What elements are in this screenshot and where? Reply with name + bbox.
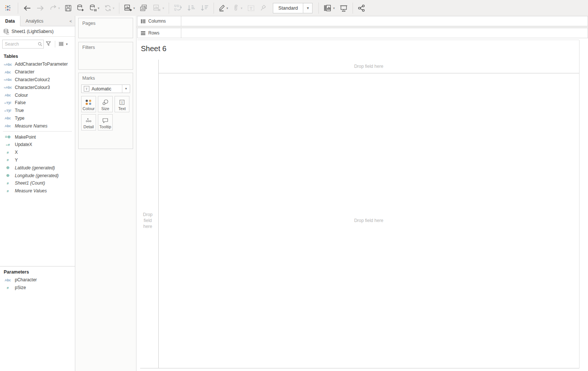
dropdown-caret[interactable]: ▾: [227, 6, 228, 10]
field-longitude-generated[interactable]: ⊕Longitude (generated): [0, 172, 75, 179]
field-label: CharacterColour3: [15, 85, 50, 90]
field-character[interactable]: AbcCharacter: [0, 68, 75, 76]
back-icon[interactable]: [20, 2, 34, 14]
new-data-source-icon[interactable]: [74, 2, 87, 14]
tab-data-label: Data: [5, 19, 15, 24]
field-label: Measure Names: [15, 123, 47, 129]
field-update-x[interactable]: =#UpdateX: [0, 141, 75, 149]
field-make-point[interactable]: =⊕MakePoint: [0, 133, 75, 141]
colour-button[interactable]: Colour: [81, 96, 96, 112]
collapse-pane-icon[interactable]: <: [67, 16, 75, 26]
collapse-glyph: <: [70, 19, 72, 23]
fit-selector[interactable]: Standard ▼: [273, 3, 313, 13]
toolbar-separator: [18, 3, 18, 14]
field-character-colour2[interactable]: =AbcCharacterColour2: [0, 76, 75, 84]
field-label: Colour: [15, 93, 28, 98]
search-input[interactable]: [3, 42, 37, 47]
tableau-logo-icon[interactable]: [0, 2, 16, 14]
chevron-down-icon[interactable]: ▼: [122, 85, 130, 93]
tab-analytics[interactable]: Analytics: [20, 16, 49, 26]
field-label: pSize: [15, 285, 26, 290]
sheet-title[interactable]: Sheet 6: [141, 44, 166, 53]
cards-pane: Pages Filters Marks T Automatic ▼ Colour: [75, 16, 136, 371]
field-false[interactable]: =T|FFalse: [0, 99, 75, 107]
run-update-icon: ▾: [102, 2, 117, 14]
search-box[interactable]: [2, 40, 44, 49]
field-type[interactable]: AbcType: [0, 115, 75, 122]
dropdown-caret[interactable]: ▾: [333, 6, 335, 10]
marks-label: Marks: [79, 73, 133, 81]
field-character-colour3[interactable]: =AbcCharacterColour3: [0, 83, 75, 91]
toolbar-separator: [119, 3, 119, 14]
redo-icon: ▾: [47, 2, 62, 14]
drop-zone-body[interactable]: Drop field here: [158, 73, 579, 368]
dropdown-caret[interactable]: ▾: [66, 42, 68, 46]
columns-shelf[interactable]: Columns: [137, 16, 588, 26]
parameters-header: Parameters: [0, 266, 75, 276]
pages-shelf[interactable]: Pages: [78, 18, 133, 38]
field-measure-values[interactable]: #Measure Values: [0, 187, 75, 195]
field-sheet1-count[interactable]: #Sheet1 (Count): [0, 179, 75, 187]
calculated-string-icon: =Abc: [2, 85, 13, 89]
drop-zone-text: Drop field here: [143, 212, 152, 229]
field-x[interactable]: #X: [0, 149, 75, 156]
tab-data[interactable]: Data: [0, 16, 20, 26]
search-icon: [37, 42, 43, 47]
dropdown-caret[interactable]: ▾: [133, 6, 135, 10]
duplicate-icon[interactable]: [137, 2, 151, 14]
filters-shelf[interactable]: Filters: [78, 42, 133, 70]
chevron-down-icon[interactable]: ▼: [303, 3, 312, 13]
calculated-boolean-icon: =T|F: [2, 101, 13, 105]
text-icon: T: [119, 98, 125, 106]
new-worksheet-icon[interactable]: ▾: [122, 2, 138, 14]
share-icon[interactable]: [355, 2, 368, 14]
text-mark-icon: T: [84, 86, 89, 92]
parameter-psize[interactable]: #pSize: [0, 284, 75, 292]
filter-fields-icon[interactable]: [44, 41, 53, 47]
parameter-pcharacter[interactable]: AbcpCharacter: [0, 276, 75, 284]
rows-shelf[interactable]: Rows: [137, 28, 588, 38]
toolbar-separator: [353, 3, 353, 14]
detail-button[interactable]: Detail: [81, 114, 96, 130]
drop-zone-columns[interactable]: Drop field here: [158, 60, 579, 73]
dropdown-caret[interactable]: ▾: [98, 6, 100, 10]
sort-ascending-icon: [185, 2, 198, 14]
calculated-boolean-icon: =T|F: [2, 109, 13, 113]
presentation-mode-icon[interactable]: [337, 2, 350, 14]
sheet-area: Sheet 6 Drop field here Drop field here …: [137, 40, 579, 368]
view-options-icon[interactable]: ▾: [57, 42, 69, 47]
field-y[interactable]: #Y: [0, 156, 75, 164]
pause-auto-updates-icon[interactable]: ▾: [87, 2, 102, 14]
field-label: X: [15, 150, 18, 155]
worksheet-canvas: Columns Rows Sheet 6 Drop field here Dro…: [136, 16, 588, 371]
string-icon: Abc: [2, 278, 13, 282]
calculated-string-icon: =Abc: [2, 62, 13, 66]
field-latitude-generated[interactable]: ⊕Latitude (generated): [0, 164, 75, 172]
rows-icon: [141, 31, 146, 36]
colour-icon: [86, 98, 92, 106]
columns-shelf-header: Columns: [138, 16, 181, 26]
field-add-character-to-parameter[interactable]: =AbcAddCharacterToParameter: [0, 60, 75, 68]
drop-zone-rows[interactable]: Drop field here: [137, 73, 158, 368]
field-colour[interactable]: AbcColour: [0, 91, 75, 99]
field-measure-names[interactable]: AbcMeasure Names: [0, 122, 75, 130]
dropdown-caret: ▾: [162, 6, 164, 10]
field-label: pCharacter: [15, 277, 37, 282]
highlight-icon[interactable]: ▾: [216, 2, 231, 14]
detail-button-label: Detail: [83, 125, 94, 129]
swap-rows-columns-icon: [171, 2, 185, 14]
data-source-item[interactable]: Sheet1 (LightSabers): [0, 26, 75, 37]
show-me-icon[interactable]: ▾: [321, 2, 337, 14]
field-label: Sheet1 (Count): [15, 180, 45, 186]
field-true[interactable]: =T|FTrue: [0, 107, 75, 115]
data-source-label: Sheet1 (LightSabers): [11, 29, 53, 34]
tooltip-button[interactable]: Tooltip: [98, 114, 113, 130]
bottom-divider-horizontal: [140, 368, 579, 368]
text-button[interactable]: T Text: [115, 96, 129, 112]
mark-type-dropdown[interactable]: T Automatic ▼: [81, 85, 130, 93]
save-icon[interactable]: [62, 2, 74, 14]
forward-icon: [34, 2, 47, 14]
size-button[interactable]: Size: [98, 96, 113, 112]
field-label: AddCharacterToParameter: [15, 62, 68, 67]
marks-card: Marks T Automatic ▼ Colour Size: [78, 73, 133, 149]
